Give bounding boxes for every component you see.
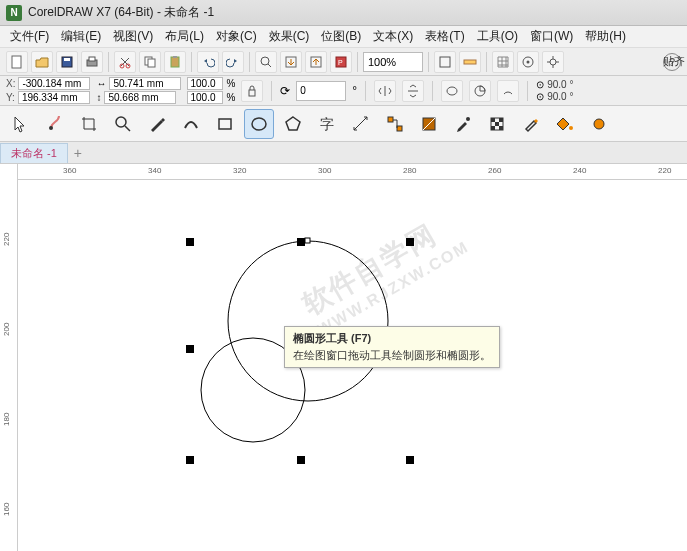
redo-button[interactable]	[222, 51, 244, 73]
svg-point-27	[252, 118, 266, 130]
menu-table[interactable]: 表格(T)	[421, 26, 468, 47]
svg-rect-37	[491, 126, 495, 130]
rotation-input[interactable]	[296, 81, 346, 101]
zoom-tool[interactable]	[108, 109, 138, 139]
smart-fill-tool[interactable]	[584, 109, 614, 139]
scale-x-input[interactable]: 100.0	[187, 77, 223, 90]
ellipse-large[interactable]	[228, 241, 388, 401]
separator	[365, 81, 366, 101]
menu-bar: 文件(F) 编辑(E) 视图(V) 布局(L) 对象(C) 效果(C) 位图(B…	[0, 26, 687, 48]
connector-tool[interactable]	[380, 109, 410, 139]
svg-rect-2	[64, 58, 70, 61]
transparency-tool[interactable]	[482, 109, 512, 139]
lock-ratio-button[interactable]	[241, 80, 263, 102]
fill-tool[interactable]	[550, 109, 580, 139]
svg-text:P: P	[338, 59, 343, 66]
snap-button[interactable]	[517, 51, 539, 73]
paste-button[interactable]	[164, 51, 186, 73]
zoom-level-input[interactable]: 100%	[363, 52, 423, 72]
tab-active[interactable]: 未命名 -1	[0, 143, 68, 163]
menu-layout[interactable]: 布局(L)	[161, 26, 208, 47]
x-input[interactable]: -300.184 mm	[18, 77, 90, 90]
selection-handle-se[interactable]	[406, 456, 414, 464]
end-angle[interactable]: 90.0 °	[547, 91, 573, 102]
options-button[interactable]	[542, 51, 564, 73]
export-button[interactable]	[305, 51, 327, 73]
width-input[interactable]: 50.741 mm	[109, 77, 181, 90]
node-handle[interactable]	[305, 238, 310, 243]
selection-handle-w[interactable]	[186, 345, 194, 353]
svg-text:字: 字	[320, 116, 334, 132]
menu-help[interactable]: 帮助(H)	[581, 26, 630, 47]
selection-handle-ne[interactable]	[406, 238, 414, 246]
menu-edit[interactable]: 编辑(E)	[57, 26, 105, 47]
degree-label: °	[352, 84, 357, 98]
ellipse-tool[interactable]	[244, 109, 274, 139]
app-logo-icon: N	[6, 5, 22, 21]
arc-button[interactable]	[497, 80, 519, 102]
import-button[interactable]	[280, 51, 302, 73]
height-input[interactable]: 50.668 mm	[104, 91, 176, 104]
hruler-tick: 320	[233, 166, 246, 175]
artistic-media-tool[interactable]	[176, 109, 206, 139]
mirror-v-button[interactable]	[402, 80, 424, 102]
eyedropper-tool[interactable]	[448, 109, 478, 139]
tab-label: 未命名 -1	[11, 146, 57, 161]
copy-button[interactable]	[139, 51, 161, 73]
tooltip-title: 椭圆形工具 (F7)	[293, 331, 491, 346]
rulers-button[interactable]	[459, 51, 481, 73]
interactive-fill-tool[interactable]	[414, 109, 444, 139]
pick-tool[interactable]	[6, 109, 36, 139]
pie-button[interactable]	[469, 80, 491, 102]
vertical-ruler[interactable]: 220 200 180 160	[0, 164, 18, 551]
start-angle[interactable]: 90.0 °	[547, 79, 573, 90]
fullscreen-button[interactable]	[434, 51, 456, 73]
menu-view[interactable]: 视图(V)	[109, 26, 157, 47]
selection-handle-sw[interactable]	[186, 456, 194, 464]
undo-button[interactable]	[197, 51, 219, 73]
menu-window[interactable]: 窗口(W)	[526, 26, 577, 47]
selection-handle-s[interactable]	[297, 456, 305, 464]
title-bar: N CorelDRAW X7 (64-Bit) - 未命名 -1	[0, 0, 687, 26]
rectangle-tool[interactable]	[210, 109, 240, 139]
search-button[interactable]	[255, 51, 277, 73]
menu-tools[interactable]: 工具(O)	[473, 26, 522, 47]
scale-y-input[interactable]: 100.0	[187, 91, 223, 104]
menu-text[interactable]: 文本(X)	[369, 26, 417, 47]
tab-add-button[interactable]: +	[68, 145, 88, 161]
hruler-tick: 340	[148, 166, 161, 175]
cut-button[interactable]	[114, 51, 136, 73]
crop-tool[interactable]	[74, 109, 104, 139]
grid-button[interactable]	[492, 51, 514, 73]
svg-point-24	[49, 126, 53, 130]
document-tabs: 未命名 -1 +	[0, 142, 687, 164]
menu-file[interactable]: 文件(F)	[6, 26, 53, 47]
polygon-tool[interactable]	[278, 109, 308, 139]
separator	[357, 52, 358, 72]
publish-button[interactable]: P	[330, 51, 352, 73]
menu-object[interactable]: 对象(C)	[212, 26, 261, 47]
dimension-tool[interactable]	[346, 109, 376, 139]
svg-point-32	[466, 117, 470, 121]
scale-group: 100.0 % 100.0 %	[187, 77, 235, 104]
snap-label[interactable]: 贴齐	[663, 54, 685, 69]
ellipse-shape-button[interactable]	[441, 80, 463, 102]
text-tool[interactable]: 字	[312, 109, 342, 139]
selection-handle-nw[interactable]	[186, 238, 194, 246]
standard-toolbar: P 100% 贴齐 ?	[0, 48, 687, 76]
save-button[interactable]	[56, 51, 78, 73]
open-button[interactable]	[31, 51, 53, 73]
new-button[interactable]	[6, 51, 28, 73]
outline-tool[interactable]	[516, 109, 546, 139]
print-button[interactable]	[81, 51, 103, 73]
menu-effects[interactable]: 效果(C)	[265, 26, 314, 47]
horizontal-ruler[interactable]: 360 340 320 300 280 260 240 220	[18, 164, 687, 180]
shape-tool[interactable]	[40, 109, 70, 139]
selection-handle-n[interactable]	[297, 238, 305, 246]
vruler-tick: 160	[2, 503, 11, 516]
menu-bitmap[interactable]: 位图(B)	[317, 26, 365, 47]
canvas-area: ✢ 220 200 180 160 360 340 320 300 280 26…	[0, 164, 687, 551]
mirror-h-button[interactable]	[374, 80, 396, 102]
freehand-tool[interactable]	[142, 109, 172, 139]
y-input[interactable]: 196.334 mm	[18, 91, 90, 104]
